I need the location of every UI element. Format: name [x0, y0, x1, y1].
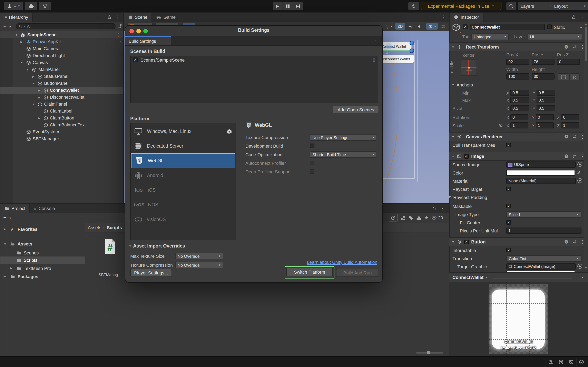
- texture-compression-dropdown[interactable]: Use Player Settings▼: [310, 134, 377, 141]
- player-settings-button[interactable]: Player Settings...: [130, 269, 172, 277]
- layout-dropdown[interactable]: Layout▼: [551, 2, 588, 10]
- presets-icon[interactable]: [572, 239, 577, 244]
- rect-transform-header[interactable]: ▼ Rect Transform ⋮: [449, 42, 588, 51]
- experimental-packages-button[interactable]: Experimental Packages In Use ▼: [421, 2, 502, 10]
- button-enabled-checkbox[interactable]: ✓: [464, 240, 469, 244]
- image-component-header[interactable]: ▼ ✓ Image ⋮: [449, 152, 588, 161]
- scale-z-field[interactable]: 1: [561, 122, 579, 128]
- drag-handle[interactable]: [493, 276, 572, 279]
- eyedropper-icon[interactable]: [577, 170, 581, 175]
- hierarchy-item-claimbalancetext[interactable]: ClaimBalanceText: [0, 122, 123, 128]
- hierarchy-item-buttonpanel[interactable]: ▼ButtonPanel: [0, 80, 123, 87]
- filter-by-label-icon[interactable]: [408, 215, 414, 220]
- hierarchy-item-eventsystem[interactable]: EventSystem: [0, 128, 123, 135]
- platform-item-visionos[interactable]: visionOS: [131, 212, 236, 227]
- help-icon[interactable]: [564, 134, 569, 139]
- scroll-thumb[interactable]: [585, 27, 587, 61]
- game-tab[interactable]: Game: [152, 13, 180, 22]
- favorites-star-icon[interactable]: ★: [424, 215, 429, 221]
- color-swatch[interactable]: [506, 170, 575, 176]
- search-everywhere-button[interactable]: [506, 2, 516, 10]
- scene-lighting-button[interactable]: ▼: [383, 23, 394, 30]
- hierarchy-item-canvas[interactable]: ▼Canvas: [0, 59, 123, 66]
- hierarchy-item-statuspanel[interactable]: ▶StatusPanel: [0, 73, 123, 80]
- 2d-mode-button[interactable]: 2D: [395, 23, 405, 30]
- breadcrumb-current[interactable]: Scripts: [107, 225, 122, 230]
- scale-y-field[interactable]: 1: [536, 122, 554, 128]
- transition-dropdown[interactable]: Color Tint▼: [506, 255, 581, 262]
- scene-visibility-button[interactable]: [439, 23, 447, 30]
- chevron-down-icon[interactable]: ▼: [459, 31, 461, 33]
- hierarchy-item-disconnectwallet[interactable]: ▶DisconnectWallet: [0, 94, 123, 101]
- auto-refresh-disabled-icon[interactable]: [566, 358, 576, 367]
- project-item-favorites[interactable]: ▶★ Favorites: [0, 225, 85, 233]
- chevron-down-icon[interactable]: ▼: [580, 26, 582, 29]
- pivot-y-field[interactable]: 0.5: [536, 105, 555, 111]
- kebab-menu-icon[interactable]: ⋮: [116, 15, 120, 19]
- kebab-menu-icon[interactable]: ⋮: [577, 275, 585, 280]
- interactable-checkbox[interactable]: ✓: [506, 248, 511, 252]
- lock-icon[interactable]: [571, 15, 576, 20]
- play-button[interactable]: ▶: [273, 2, 283, 10]
- pixels-per-unit-field[interactable]: 1: [506, 227, 581, 234]
- kebab-menu-icon[interactable]: ⋮: [580, 15, 584, 19]
- kebab-menu-icon[interactable]: ⋮: [440, 206, 445, 211]
- max-texture-size-dropdown[interactable]: No Override▼: [175, 253, 223, 259]
- project-item-assets[interactable]: ▼ Assets: [0, 240, 85, 248]
- undo-history-button[interactable]: [408, 2, 419, 10]
- scene-audio-button[interactable]: [416, 23, 424, 30]
- texture-compression-override-dropdown[interactable]: No Override▼: [175, 262, 223, 268]
- open-new-window-icon[interactable]: [117, 24, 122, 29]
- rotation-y-field[interactable]: 0: [536, 114, 554, 120]
- add-gameobject-button[interactable]: +: [3, 23, 7, 29]
- version-control-button[interactable]: [39, 2, 51, 10]
- presets-icon[interactable]: [572, 154, 577, 159]
- chevron-down-icon[interactable]: ▼: [9, 26, 11, 28]
- add-asset-button[interactable]: +: [3, 214, 7, 221]
- anchor-max-y-field[interactable]: 0.5: [536, 97, 555, 103]
- raycast-target-checkbox[interactable]: ✓: [506, 187, 511, 191]
- pos-x-field[interactable]: 92: [506, 59, 529, 65]
- maskable-checkbox[interactable]: ✓: [506, 204, 511, 208]
- slice-guide-horizontal[interactable]: [489, 303, 548, 304]
- rotation-x-field[interactable]: 0: [510, 114, 528, 120]
- cull-transparent-mesh-checkbox[interactable]: ✓: [506, 143, 511, 147]
- scene-enabled-checkbox[interactable]: ✓: [133, 58, 138, 62]
- open-asset-external-icon[interactable]: [389, 214, 398, 222]
- project-item-scenes[interactable]: Scenes: [0, 249, 85, 257]
- breadcrumb-root[interactable]: Assets: [88, 225, 101, 230]
- anchor-max-x-field[interactable]: 0.5: [510, 97, 529, 103]
- development-build-checkbox[interactable]: [310, 143, 314, 148]
- fill-center-checkbox[interactable]: ✓: [506, 220, 511, 225]
- anchor-preset-widget[interactable]: [461, 59, 477, 76]
- pivot-x-field[interactable]: 0.5: [510, 105, 529, 111]
- slider-thumb[interactable]: [427, 351, 430, 354]
- anchor-min-x-field[interactable]: 0.5: [510, 90, 529, 96]
- console-tab[interactable]: ≡ Console: [30, 204, 60, 213]
- canvas-renderer-header[interactable]: ▼ Canvas Renderer ⋮: [449, 132, 588, 141]
- anchor-handle[interactable]: [410, 41, 414, 45]
- project-file-tile[interactable]: SBTManag...: [95, 235, 125, 280]
- button-component-header[interactable]: ▼ ✓ Button ⋮: [449, 237, 588, 246]
- anchor-handle[interactable]: [410, 49, 414, 53]
- object-picker-icon[interactable]: [577, 178, 582, 183]
- inspector-tab[interactable]: Inspector: [450, 13, 484, 22]
- pause-button[interactable]: [283, 2, 293, 10]
- tag-dropdown[interactable]: Untagged▼: [471, 33, 509, 40]
- filter-by-type-icon[interactable]: [400, 215, 406, 221]
- preview-pane-header[interactable]: ConnectWallet ▼ ⋮: [449, 272, 588, 282]
- link-broken-icon[interactable]: [498, 123, 503, 128]
- code-optimization-dropdown[interactable]: Shorter Build Time▼: [310, 151, 377, 158]
- scene-list-row[interactable]: ✓ Scenes/SampleScene 0: [131, 56, 378, 63]
- raw-edit-mode-button[interactable]: R: [569, 73, 580, 80]
- step-button[interactable]: ▶: [293, 2, 303, 10]
- scroll-up-arrow[interactable]: ▲: [585, 23, 587, 25]
- platform-item-dedicated-server[interactable]: Dedicated Server: [131, 139, 236, 153]
- hierarchy-item-mainpanel[interactable]: ▼MainPanel: [0, 66, 123, 73]
- cloud-button[interactable]: [25, 2, 37, 10]
- height-field[interactable]: 30: [532, 73, 554, 80]
- static-checkbox[interactable]: [547, 25, 552, 29]
- slice-guide-vertical[interactable]: [529, 282, 530, 356]
- gameobject-active-checkbox[interactable]: ✓: [463, 25, 467, 29]
- target-graphic-field[interactable]: ConnectWallet (Image): [506, 263, 576, 269]
